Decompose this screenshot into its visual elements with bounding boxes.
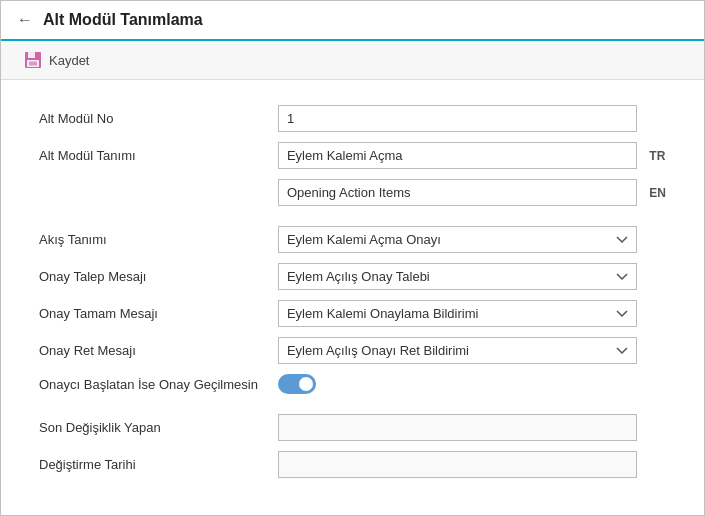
label-onay-tamam: Onay Tamam Mesajı xyxy=(31,295,270,332)
input-son-degisiklik[interactable] xyxy=(278,414,637,441)
field-row-onay-ret: Onay Ret Mesajı Eylem Açılış Onayı Ret B… xyxy=(31,332,674,369)
save-label: Kaydet xyxy=(49,53,89,68)
field-row-onay-talep: Onay Talep Mesajı Eylem Açılış Onay Tale… xyxy=(31,258,674,295)
toolbar: Kaydet xyxy=(1,41,704,80)
input-alt-modul-tanimi-tr[interactable] xyxy=(278,142,637,169)
toggle-wrapper xyxy=(278,374,637,394)
lang-en: EN xyxy=(641,174,674,211)
label-onay-ret: Onay Ret Mesajı xyxy=(31,332,270,369)
form-table: Alt Modül No Alt Modül Tanımı TR xyxy=(31,100,674,483)
input-degistirme-tarihi[interactable] xyxy=(278,451,637,478)
select-onay-talep[interactable]: Eylem Açılış Onay Talebi xyxy=(278,263,637,290)
select-onay-ret[interactable]: Eylem Açılış Onayı Ret Bildirimi xyxy=(278,337,637,364)
field-row-alt-modul-tanimi-en: EN xyxy=(31,174,674,211)
toggle-switch[interactable] xyxy=(278,374,316,394)
select-akis-tanimi[interactable]: Eylem Kalemi Açma Onayı xyxy=(278,226,637,253)
save-button[interactable]: Kaydet xyxy=(17,47,95,73)
field-row-onay-tamam: Onay Tamam Mesajı Eylem Kalemi Onaylama … xyxy=(31,295,674,332)
label-akis-tanimi: Akış Tanımı xyxy=(31,221,270,258)
title-bar: ← Alt Modül Tanımlama xyxy=(1,1,704,41)
label-toggle: Onaycı Başlatan İse Onay Geçilmesin xyxy=(31,369,270,399)
input-alt-modul-no[interactable] xyxy=(278,105,637,132)
label-onay-talep: Onay Talep Mesajı xyxy=(31,258,270,295)
main-window: ← Alt Modül Tanımlama Kaydet Alt Modül N… xyxy=(0,0,705,516)
page-title: Alt Modül Tanımlama xyxy=(43,11,203,29)
svg-rect-1 xyxy=(28,52,35,58)
svg-rect-3 xyxy=(29,62,37,66)
label-alt-modul-tanimi: Alt Modül Tanımı xyxy=(31,137,270,174)
select-onay-tamam[interactable]: Eylem Kalemi Onaylama Bildirimi xyxy=(278,300,637,327)
field-row-alt-modul-no: Alt Modül No xyxy=(31,100,674,137)
input-alt-modul-tanimi-en[interactable] xyxy=(278,179,637,206)
field-row-toggle: Onaycı Başlatan İse Onay Geçilmesin xyxy=(31,369,674,399)
lang-tr: TR xyxy=(641,137,674,174)
field-row-degistirme-tarihi: Değiştirme Tarihi xyxy=(31,446,674,483)
field-row-akis-tanimi: Akış Tanımı Eylem Kalemi Açma Onayı xyxy=(31,221,674,258)
field-row-son-degisiklik: Son Değişiklik Yapan xyxy=(31,409,674,446)
field-row-alt-modul-tanimi-tr: Alt Modül Tanımı TR xyxy=(31,137,674,174)
save-icon xyxy=(23,50,43,70)
back-button[interactable]: ← xyxy=(17,11,33,29)
input-cell-alt-modul-no xyxy=(270,100,641,137)
toggle-slider xyxy=(278,374,316,394)
label-son-degisiklik: Son Değişiklik Yapan xyxy=(31,409,270,446)
label-alt-modul-no: Alt Modül No xyxy=(31,100,270,137)
label-degistirme-tarihi: Değiştirme Tarihi xyxy=(31,446,270,483)
form-content: Alt Modül No Alt Modül Tanımı TR xyxy=(1,80,704,515)
